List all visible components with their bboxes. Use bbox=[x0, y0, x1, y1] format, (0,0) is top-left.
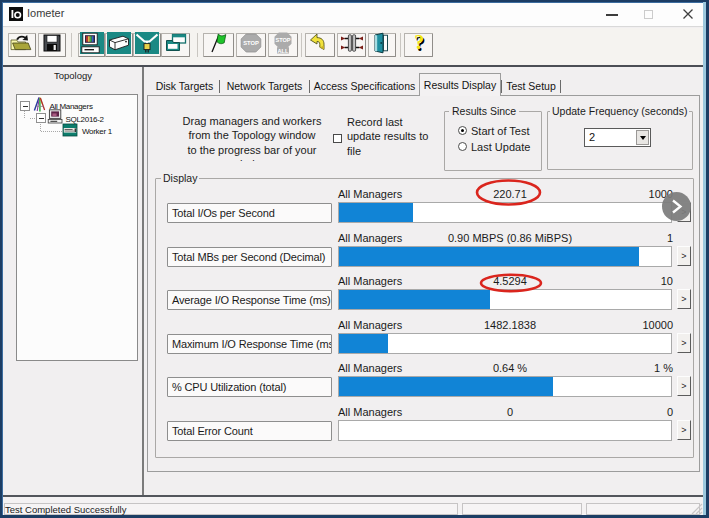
svg-text:?: ? bbox=[414, 31, 424, 53]
svg-text:STOP: STOP bbox=[243, 40, 259, 46]
svg-text:STOP: STOP bbox=[275, 37, 290, 43]
svg-text:ALL: ALL bbox=[278, 48, 289, 54]
